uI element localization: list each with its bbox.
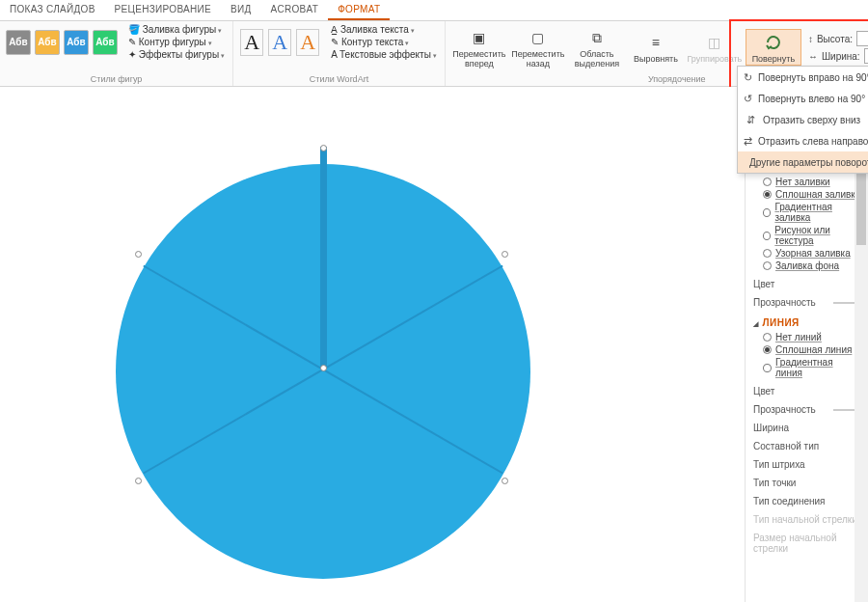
rotate-menu: ↻ Повернуть вправо на 90° ↺ Повернуть вл… <box>737 66 868 174</box>
tab-slideshow[interactable]: ПОКАЗ СЛАЙДОВ <box>0 0 105 20</box>
group-wordart: A A A A̲ Заливка текста ✎ Контур текста … <box>233 21 446 86</box>
fill-picture[interactable]: Рисунок или текстура <box>763 225 862 246</box>
text-fill-icon: A̲ <box>331 24 338 35</box>
ribbon-tabs: ПОКАЗ СЛАЙДОВ РЕЦЕНЗИРОВАНИЕ ВИД ACROBAT… <box>0 0 868 21</box>
flip-horizontal-icon: ⇄ <box>744 134 752 148</box>
send-backward-button[interactable]: ▢ Переместить назад <box>510 25 566 69</box>
height-input[interactable] <box>856 31 868 46</box>
rotate-icon <box>763 32 784 53</box>
format-shape-pane: ЗАЛИВКА Нет заливки Сплошная заливка Гра… <box>745 152 868 602</box>
line-begin-arrow-type: Тип начальной стрелки <box>753 514 862 525</box>
flip-vertical[interactable]: ⇵ Отразить сверху вниз <box>738 109 868 130</box>
width-icon: ↔ <box>808 51 818 62</box>
group-button[interactable]: ◫ Группировать <box>687 30 743 65</box>
group-label: Стили фигур <box>6 74 227 86</box>
wordart-style[interactable]: A <box>240 29 263 56</box>
line-color-row[interactable]: Цвет <box>753 386 862 397</box>
text-effects-icon: A <box>331 49 337 60</box>
line-compound-row[interactable]: Составной тип <box>753 441 862 452</box>
section-line-title[interactable]: ЛИНИЯ <box>753 317 862 328</box>
tab-view[interactable]: ВИД <box>221 0 261 20</box>
flip-horizontal[interactable]: ⇄ Отразить слева направо <box>738 130 868 151</box>
flip-vertical-icon: ⇵ <box>744 113 757 126</box>
rotate-left-icon: ↺ <box>744 92 752 105</box>
fill-transparency-row[interactable]: Прозрачность <box>753 297 862 308</box>
bring-forward-icon: ▣ <box>469 27 490 48</box>
line-cap-row[interactable]: Тип точки <box>753 478 862 488</box>
group-icon: ◫ <box>704 32 725 53</box>
rotate-left-90[interactable]: ↺ Повернуть влево на 90° <box>738 88 868 109</box>
style-swatch[interactable]: Абв <box>6 30 31 55</box>
tab-acrobat[interactable]: ACROBAT <box>261 0 329 20</box>
wordart-style[interactable]: A <box>268 29 291 56</box>
text-fill-menu[interactable]: A̲ Заливка текста <box>329 23 439 36</box>
selection-handle[interactable] <box>135 478 142 484</box>
shape-style-gallery[interactable]: Абв Абв Абв Абв <box>6 30 118 55</box>
slide-canvas[interactable] <box>0 87 745 602</box>
width-input[interactable] <box>864 48 868 64</box>
shape-selected-bar[interactable] <box>320 147 327 369</box>
rotate-right-90[interactable]: ↻ Повернуть вправо на 90° <box>738 67 868 88</box>
line-none[interactable]: Нет линий <box>763 332 862 342</box>
shape-effects-menu[interactable]: ✦ Эффекты фигуры <box>126 48 227 61</box>
more-rotation-options[interactable]: Другие параметры поворота <box>738 151 868 173</box>
style-swatch[interactable]: Абв <box>64 30 89 55</box>
fill-solid[interactable]: Сплошная заливка <box>763 189 862 200</box>
paint-bucket-icon: 🪣 <box>128 24 140 35</box>
align-button[interactable]: ≡ Выровнять <box>628 30 684 65</box>
width-field[interactable]: ↔ Ширина: <box>808 48 868 64</box>
line-width-row[interactable]: Ширина <box>753 423 862 433</box>
line-solid[interactable]: Сплошная линия <box>763 344 862 355</box>
group-label: Стили WordArt <box>239 74 439 86</box>
fill-none[interactable]: Нет заливки <box>763 177 862 187</box>
rotate-right-icon: ↻ <box>744 70 752 84</box>
tab-review[interactable]: РЕЦЕНЗИРОВАНИЕ <box>105 0 221 20</box>
wordart-style[interactable]: A <box>296 29 319 56</box>
style-swatch[interactable]: Абв <box>35 30 60 55</box>
group-shape-styles: Абв Абв Абв Абв 🪣 Заливка фигуры ✎ Конту… <box>0 21 233 86</box>
tab-format[interactable]: ФОРМАТ <box>328 0 390 20</box>
line-begin-arrow-size: Размер начальной стрелки <box>753 533 862 554</box>
fill-gradient[interactable]: Градиентная заливка <box>763 202 862 223</box>
shape-fill-menu[interactable]: 🪣 Заливка фигуры <box>126 23 227 36</box>
align-icon: ≡ <box>645 32 666 53</box>
rotate-button[interactable]: Повернуть <box>746 29 801 66</box>
pane-scrollbar[interactable] <box>854 152 868 602</box>
text-outline-menu[interactable]: ✎ Контур текста <box>329 36 439 48</box>
width-label: Ширина: <box>822 51 860 62</box>
wordart-gallery[interactable]: A A A <box>239 29 320 56</box>
line-dash-row[interactable]: Тип штриха <box>753 459 862 470</box>
selection-handle[interactable] <box>502 251 508 258</box>
selection-handle[interactable] <box>320 365 327 371</box>
line-gradient[interactable]: Градиентная линия <box>763 357 862 378</box>
send-backward-icon: ▢ <box>528 27 549 48</box>
height-icon: ↕ <box>808 34 813 44</box>
style-swatch[interactable]: Абв <box>93 30 118 55</box>
fill-slide-bg[interactable]: Заливка фона <box>763 260 862 271</box>
text-outline-icon: ✎ <box>331 37 339 47</box>
fill-pattern[interactable]: Узорная заливка <box>763 248 862 259</box>
fill-color-row[interactable]: Цвет <box>753 279 862 289</box>
selection-pane-icon: ⧉ <box>586 27 608 48</box>
height-label: Высота: <box>817 34 853 44</box>
pencil-icon: ✎ <box>128 37 136 47</box>
selection-handle[interactable] <box>135 251 142 258</box>
shape-outline-menu[interactable]: ✎ Контур фигуры <box>126 36 227 48</box>
selection-handle[interactable] <box>320 145 327 151</box>
line-join-row[interactable]: Тип соединения <box>753 496 862 506</box>
selection-pane-button[interactable]: ⧉ Область выделения <box>569 25 625 69</box>
bring-forward-button[interactable]: ▣ Переместить вперед <box>451 25 507 69</box>
selection-handle[interactable] <box>502 478 508 484</box>
effects-icon: ✦ <box>128 49 136 60</box>
line-transparency-row[interactable]: Прозрачность <box>753 404 862 415</box>
height-field[interactable]: ↕ Высота: <box>808 31 868 46</box>
text-effects-menu[interactable]: A Текстовые эффекты <box>329 48 439 61</box>
